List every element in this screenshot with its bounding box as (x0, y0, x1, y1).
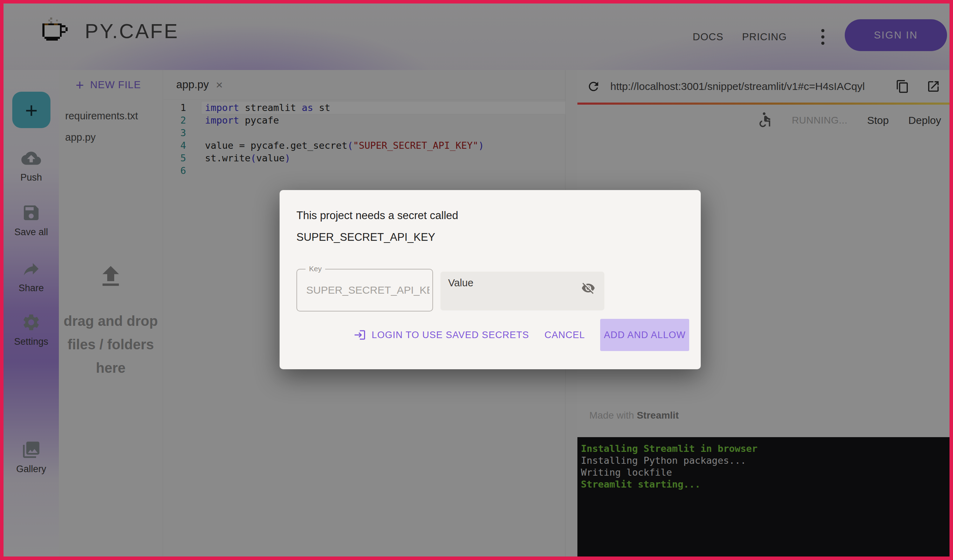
eye-off-icon (581, 281, 595, 295)
cancel-button[interactable]: CANCEL (545, 319, 585, 351)
key-field-value[interactable]: SUPER_SECRET_API_KEY (306, 269, 430, 311)
dialog-title-line2: SUPER_SECRET_API_KEY (296, 226, 684, 248)
login-saved-secrets-button[interactable]: LOGIN TO USE SAVED SECRETS (354, 319, 529, 351)
value-field[interactable]: Value (441, 272, 604, 311)
key-field[interactable]: Key SUPER_SECRET_API_KEY (296, 269, 433, 311)
toggle-visibility-button[interactable] (580, 281, 596, 296)
login-button-label: LOGIN TO USE SAVED SECRETS (372, 330, 529, 340)
app-canvas: PY.CAFE DOCS PRICING SIGN IN + Push Save… (3, 3, 950, 557)
value-field-label: Value (448, 277, 473, 289)
dialog-actions: LOGIN TO USE SAVED SECRETS CANCEL ADD AN… (296, 319, 689, 351)
secret-dialog: This project needs a secret called SUPER… (279, 190, 701, 369)
add-and-allow-button[interactable]: ADD AND ALLOW (600, 319, 689, 351)
dialog-title-line1: This project needs a secret called (296, 205, 684, 226)
dialog-title: This project needs a secret called SUPER… (296, 205, 684, 248)
page-frame: PY.CAFE DOCS PRICING SIGN IN + Push Save… (0, 0, 953, 560)
login-icon (354, 329, 366, 341)
secret-fields: Key SUPER_SECRET_API_KEY Value (296, 269, 604, 311)
